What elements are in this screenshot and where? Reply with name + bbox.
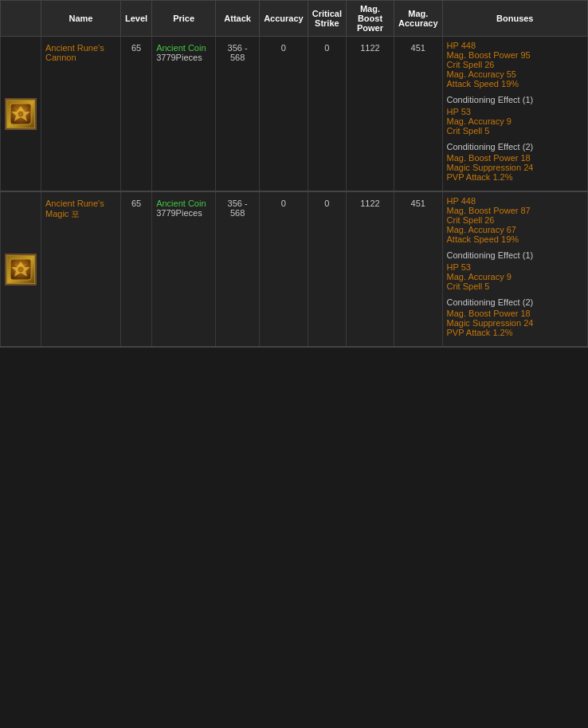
bonus-cond1-item: Crit Spell 5 xyxy=(447,281,583,291)
col-icon xyxy=(1,1,41,37)
table-header-row: Name Level Price Attack Accuracy Critica… xyxy=(1,1,588,37)
bonus-item: HP 448 xyxy=(447,196,583,206)
bonuses-main-section: HP 448Mag. Boost Power 95Crit Spell 26Ma… xyxy=(447,41,583,89)
item-price-cell: Ancient Coin3779Pieces xyxy=(152,191,216,347)
item-attack-cell: 356 - 568 xyxy=(216,37,260,192)
bonuses-cond2-section: Conditioning Effect (2)Mag. Boost Power … xyxy=(447,140,583,183)
item-mag-boost-power: 1122 xyxy=(360,199,379,208)
item-mag-boost-power-cell: 1122 xyxy=(346,191,394,347)
item-icon xyxy=(5,98,37,130)
item-level-cell: 65 xyxy=(121,37,152,192)
bonus-item: Crit Spell 26 xyxy=(447,60,583,69)
item-bonuses-cell: HP 448Mag. Boost Power 87Crit Spell 26Ma… xyxy=(442,191,587,347)
item-name-cell: Ancient Rune's Cannon xyxy=(41,37,121,192)
item-icon-cell xyxy=(1,191,41,347)
col-name: Name xyxy=(41,1,121,37)
item-table: Name Level Price Attack Accuracy Critica… xyxy=(0,0,588,348)
bonuses-main-section: HP 448Mag. Boost Power 87Crit Spell 26Ma… xyxy=(447,196,583,244)
bonus-item: HP 448 xyxy=(447,41,583,50)
item-mag-boost-power-cell: 1122 xyxy=(346,37,394,192)
bonus-cond1-item: Mag. Accuracy 9 xyxy=(447,116,583,126)
cond2-title: Conditioning Effect (2) xyxy=(447,140,583,154)
item-mag-accuracy-cell: 451 xyxy=(394,37,442,192)
col-accuracy: Accuracy xyxy=(260,1,308,37)
item-level-cell: 65 xyxy=(121,191,152,347)
bonus-item: Mag. Boost Power 95 xyxy=(447,50,583,60)
item-accuracy-cell: 0 xyxy=(260,191,308,347)
table-row: Ancient Rune's Cannon65Ancient Coin3779P… xyxy=(1,37,588,192)
item-icon xyxy=(5,254,37,285)
item-attack: 356 - 568 xyxy=(228,199,248,218)
item-accuracy-cell: 0 xyxy=(260,37,308,192)
item-level: 65 xyxy=(131,199,141,208)
col-price: Price xyxy=(152,1,216,37)
bonus-item: Crit Spell 26 xyxy=(447,215,583,225)
item-icon-image xyxy=(6,100,35,128)
item-name[interactable]: Ancient Rune's Cannon xyxy=(45,43,104,62)
bonus-item: Attack Speed 19% xyxy=(447,234,583,244)
item-price-cell: Ancient Coin3779Pieces xyxy=(152,37,216,192)
item-attack: 356 - 568 xyxy=(228,43,248,62)
item-icon-cell xyxy=(1,37,41,192)
bonuses-cond1-section: Conditioning Effect (1)HP 53Mag. Accurac… xyxy=(447,249,583,291)
bonus-cond2-item: Magic Suppression 24 xyxy=(447,318,583,328)
item-price-value: 3779Pieces xyxy=(156,208,202,218)
bonus-cond2-item: Mag. Boost Power 18 xyxy=(447,153,583,163)
item-svg-icon xyxy=(9,102,33,126)
bonus-item: Attack Speed 19% xyxy=(447,79,583,89)
item-critical-strike: 0 xyxy=(324,43,329,53)
bonus-cond1-item: Mag. Accuracy 9 xyxy=(447,272,583,281)
bonus-item: Mag. Boost Power 87 xyxy=(447,206,583,215)
item-name[interactable]: Ancient Rune's Magic 포 xyxy=(45,199,104,218)
item-mag-accuracy-cell: 451 xyxy=(394,191,442,347)
table-row: Ancient Rune's Magic 포65Ancient Coin3779… xyxy=(1,191,588,347)
cond2-title: Conditioning Effect (2) xyxy=(447,296,583,309)
col-attack: Attack xyxy=(216,1,260,37)
item-accuracy: 0 xyxy=(281,43,286,53)
item-mag-accuracy: 451 xyxy=(411,199,425,208)
bonus-cond2-item: PVP Attack 1.2% xyxy=(447,328,583,337)
item-price-label: Ancient Coin xyxy=(156,43,206,53)
bonuses-cond1-section: Conditioning Effect (1)HP 53Mag. Accurac… xyxy=(447,93,583,136)
bonus-cond2-item: PVP Attack 1.2% xyxy=(447,172,583,182)
item-level: 65 xyxy=(131,43,141,53)
item-accuracy: 0 xyxy=(281,199,286,208)
bonus-cond2-item: Mag. Boost Power 18 xyxy=(447,309,583,318)
item-svg-icon xyxy=(9,258,33,281)
bonus-item: Mag. Accuracy 67 xyxy=(447,225,583,234)
bonuses-cond2-section: Conditioning Effect (2)Mag. Boost Power … xyxy=(447,296,583,338)
item-price-value: 3779Pieces xyxy=(156,53,202,62)
bonus-item: Mag. Accuracy 55 xyxy=(447,69,583,79)
bonus-cond1-item: Crit Spell 5 xyxy=(447,126,583,136)
item-icon-image xyxy=(6,255,35,284)
item-attack-cell: 356 - 568 xyxy=(216,191,260,347)
col-mag-accuracy: Mag. Accuracy xyxy=(394,1,442,37)
col-mag-boost-power: Mag. Boost Power xyxy=(346,1,394,37)
item-critical-strike-cell: 0 xyxy=(308,191,346,347)
item-bonuses-cell: HP 448Mag. Boost Power 95Crit Spell 26Ma… xyxy=(442,37,587,192)
col-critical-strike: Critical Strike xyxy=(308,1,346,37)
item-price-label: Ancient Coin xyxy=(156,199,206,208)
col-bonuses: Bonuses xyxy=(442,1,587,37)
item-mag-boost-power: 1122 xyxy=(360,43,379,53)
bonus-cond1-item: HP 53 xyxy=(447,262,583,272)
item-name-cell: Ancient Rune's Magic 포 xyxy=(41,191,121,347)
item-mag-accuracy: 451 xyxy=(411,43,425,53)
cond1-title: Conditioning Effect (1) xyxy=(447,93,583,107)
col-level: Level xyxy=(121,1,152,37)
item-critical-strike-cell: 0 xyxy=(308,37,346,192)
item-critical-strike: 0 xyxy=(324,199,329,208)
cond1-title: Conditioning Effect (1) xyxy=(447,249,583,262)
bonus-cond1-item: HP 53 xyxy=(447,107,583,116)
bonus-cond2-item: Magic Suppression 24 xyxy=(447,163,583,172)
